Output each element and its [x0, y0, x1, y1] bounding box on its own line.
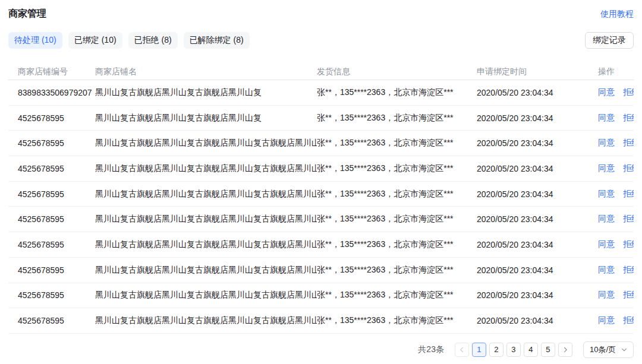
shop-id-cell: 4525678595 [18, 113, 95, 123]
apply-time-cell: 2020/05/20 23:04:34 [477, 316, 590, 325]
reject-link[interactable]: 拒绝 [623, 265, 634, 276]
column-header-shipping-info: 发货信息 [317, 67, 477, 77]
status-tabs: 待处理 (10)已绑定 (10)已拒绝 (8)已解除绑定 (8) [8, 32, 250, 49]
shop-name-cell: 黑川山复古旗舰店黑川山复古旗舰店黑川山复古旗舰店黑川山复古旗 [95, 265, 317, 276]
chevron-left-icon [459, 347, 465, 353]
page-buttons: 12345 [455, 343, 572, 357]
table-row: 8389833506979207 黑川山复古旗舰店黑川山复古旗舰店黑川山复 张*… [8, 80, 634, 106]
apply-time-cell: 2020/05/20 23:04:34 [477, 265, 590, 275]
chevron-down-icon [621, 347, 627, 353]
approve-link[interactable]: 同意 [598, 239, 615, 250]
reject-link[interactable]: 拒绝 [623, 138, 634, 148]
reject-link[interactable]: 拒绝 [623, 163, 634, 174]
reject-link[interactable]: 拒绝 [623, 290, 634, 300]
page-button-2[interactable]: 2 [489, 343, 503, 357]
reject-link[interactable]: 拒绝 [623, 189, 634, 200]
shop-name-cell: 黑川山复古旗舰店黑川山复古旗舰店黑川山复古旗舰店黑川山复古旗 [95, 189, 317, 200]
next-page-button[interactable] [558, 343, 572, 357]
tab-2[interactable]: 已拒绝 (8) [128, 32, 178, 49]
table-row: 4525678595 黑川山复古旗舰店黑川山复古旗舰店黑川山复古旗舰店黑川山复古… [8, 156, 634, 182]
approve-link[interactable]: 同意 [598, 163, 615, 174]
shipping-info-cell: 张**，135****2363，北京市海淀区*** [317, 265, 477, 276]
page-size-value: 10条/页 [590, 344, 616, 355]
shop-name-cell: 黑川山复古旗舰店黑川山复古旗舰店黑川山复古旗舰店黑川山复古旗 [95, 214, 317, 224]
operation-cell: 同意 拒绝 [590, 290, 634, 300]
operation-cell: 同意 拒绝 [590, 239, 634, 250]
page-size-select[interactable]: 10条/页 [583, 341, 634, 358]
top-bar: 商家管理 使用教程 [8, 0, 634, 20]
tutorial-link[interactable]: 使用教程 [600, 9, 634, 20]
table-row: 4525678595 黑川山复古旗舰店黑川山复古旗舰店黑川山复古旗舰店黑川山复古… [8, 207, 634, 232]
approve-link[interactable]: 同意 [598, 113, 615, 124]
apply-time-cell: 2020/05/20 23:04:34 [477, 138, 590, 148]
shop-id-cell: 4525678595 [18, 164, 95, 173]
approve-link[interactable]: 同意 [598, 138, 615, 148]
chevron-right-icon [562, 347, 568, 353]
column-header-apply-time: 申请绑定时间 [477, 67, 590, 77]
shipping-info-cell: 张**，135****2363，北京市海淀区*** [317, 163, 477, 174]
shop-id-cell: 4525678595 [18, 138, 95, 148]
operation-cell: 同意 拒绝 [590, 265, 634, 276]
shipping-info-cell: 张**，135****2363，北京市海淀区*** [317, 87, 477, 98]
table-row: 4525678595 黑川山复古旗舰店黑川山复古旗舰店黑川山复古旗舰店黑川山复古… [8, 182, 634, 207]
page-button-5[interactable]: 5 [541, 343, 555, 357]
apply-time-cell: 2020/05/20 23:04:34 [477, 240, 590, 249]
apply-time-cell: 2020/05/20 23:04:34 [477, 113, 590, 123]
table-row: 4525678595 黑川山复古旗舰店黑川山复古旗舰店黑川山复古旗舰店黑川山复古… [8, 308, 634, 334]
operation-cell: 同意 拒绝 [590, 87, 634, 98]
shipping-info-cell: 张**，135****2363，北京市海淀区*** [317, 290, 477, 300]
page-title: 商家管理 [8, 8, 46, 20]
approve-link[interactable]: 同意 [598, 265, 615, 276]
shop-id-cell: 4525678595 [18, 265, 95, 275]
binding-record-button[interactable]: 绑定记录 [585, 32, 634, 49]
shipping-info-cell: 张**，135****2363，北京市海淀区*** [317, 138, 477, 148]
apply-time-cell: 2020/05/20 23:04:34 [477, 189, 590, 199]
approve-link[interactable]: 同意 [598, 214, 615, 224]
column-header-operation: 操作 [590, 67, 634, 77]
reject-link[interactable]: 拒绝 [623, 113, 634, 124]
column-header-shop-id: 商家店铺编号 [18, 67, 95, 77]
page-button-3[interactable]: 3 [506, 343, 521, 357]
shop-id-cell: 8389833506979207 [18, 88, 95, 97]
operation-cell: 同意 拒绝 [590, 214, 634, 224]
shop-id-cell: 4525678595 [18, 189, 95, 199]
shipping-info-cell: 张**，135****2363，北京市海淀区*** [317, 214, 477, 224]
operation-cell: 同意 拒绝 [590, 163, 634, 174]
approve-link[interactable]: 同意 [598, 315, 615, 326]
tab-0[interactable]: 待处理 (10) [8, 32, 62, 49]
prev-page-button[interactable] [455, 343, 469, 357]
approve-link[interactable]: 同意 [598, 290, 615, 300]
column-header-shop-name: 商家店铺名 [95, 67, 317, 77]
approve-link[interactable]: 同意 [598, 189, 615, 200]
shop-id-cell: 4525678595 [18, 316, 95, 325]
shop-id-cell: 4525678595 [18, 214, 95, 224]
shop-name-cell: 黑川山复古旗舰店黑川山复古旗舰店黑川山复古旗舰店黑川山复古旗 [95, 239, 317, 250]
table-body: 8389833506979207 黑川山复古旗舰店黑川山复古旗舰店黑川山复 张*… [8, 80, 634, 334]
total-count: 共23条 [418, 344, 444, 355]
shop-name-cell: 黑川山复古旗舰店黑川山复古旗舰店黑川山复古旗舰店黑川山复古旗 [95, 315, 317, 326]
operation-cell: 同意 拒绝 [590, 113, 634, 124]
shipping-info-cell: 张**，135****2363，北京市海淀区*** [317, 315, 477, 326]
page-button-1[interactable]: 1 [472, 343, 486, 357]
operation-cell: 同意 拒绝 [590, 138, 634, 148]
approve-link[interactable]: 同意 [598, 87, 615, 98]
reject-link[interactable]: 拒绝 [623, 87, 634, 98]
reject-link[interactable]: 拒绝 [623, 315, 634, 326]
table-row: 4525678595 黑川山复古旗舰店黑川山复古旗舰店黑川山复古旗舰店黑川山复古… [8, 283, 634, 309]
operation-cell: 同意 拒绝 [590, 315, 634, 326]
apply-time-cell: 2020/05/20 23:04:34 [477, 214, 590, 224]
apply-time-cell: 2020/05/20 23:04:34 [477, 290, 590, 300]
reject-link[interactable]: 拒绝 [623, 214, 634, 224]
shop-id-cell: 4525678595 [18, 290, 95, 300]
reject-link[interactable]: 拒绝 [623, 239, 634, 250]
tab-1[interactable]: 已绑定 (10) [68, 32, 122, 49]
shipping-info-cell: 张**，135****2363，北京市海淀区*** [317, 239, 477, 250]
shipping-info-cell: 张**，135****2363，北京市海淀区*** [317, 113, 477, 124]
operation-cell: 同意 拒绝 [590, 189, 634, 200]
tab-3[interactable]: 已解除绑定 (8) [184, 32, 250, 49]
page-button-4[interactable]: 4 [524, 343, 538, 357]
tab-bar: 待处理 (10)已绑定 (10)已拒绝 (8)已解除绑定 (8) 绑定记录 [8, 32, 634, 49]
merchant-management-page: 商家管理 使用教程 待处理 (10)已绑定 (10)已拒绝 (8)已解除绑定 (… [0, 0, 642, 358]
table-row: 4525678595 黑川山复古旗舰店黑川山复古旗舰店黑川山复古旗舰店黑川山复古… [8, 232, 634, 258]
apply-time-cell: 2020/05/20 23:04:34 [477, 164, 590, 173]
